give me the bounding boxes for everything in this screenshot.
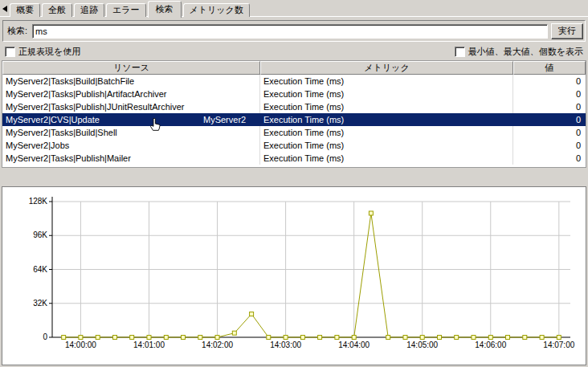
cell-metric: Execution Time (ms) bbox=[260, 126, 513, 139]
metrics-chart: 032K64K96K128K14:00:0014:01:0014:02:0014… bbox=[2, 187, 586, 365]
column-header-resource[interactable]: リソース bbox=[2, 61, 260, 75]
y-tick-label: 64K bbox=[33, 265, 47, 274]
data-point-marker bbox=[198, 336, 202, 340]
data-point-marker bbox=[420, 336, 424, 340]
x-tick-label: 14:01:00 bbox=[133, 340, 165, 349]
collapse-panel-arrow-icon[interactable] bbox=[2, 6, 7, 12]
use-regex-label: 正規表現を使用 bbox=[18, 46, 80, 58]
data-point-marker bbox=[318, 336, 322, 340]
data-point-marker bbox=[96, 336, 100, 340]
cell-value: 0 bbox=[513, 152, 586, 165]
use-regex-checkbox[interactable] bbox=[5, 47, 15, 57]
data-point-marker bbox=[369, 211, 373, 215]
results-table: リソース メトリック 値 MyServer2|Tasks|Build|Batch… bbox=[2, 60, 586, 168]
cell-resource: MyServer2|Tasks|Publish|Mailer bbox=[2, 152, 260, 165]
search-input[interactable] bbox=[32, 24, 548, 39]
cell-metric: Execution Time (ms) bbox=[260, 139, 513, 152]
data-point-marker bbox=[147, 336, 151, 340]
hand-cursor-icon bbox=[149, 118, 161, 131]
x-tick-label: 14:05:00 bbox=[406, 340, 438, 349]
row-tooltip: MyServer2 bbox=[203, 113, 246, 126]
tab-search[interactable]: 検索 bbox=[148, 1, 182, 18]
cell-resource: MyServer2|Tasks|Build|Shell bbox=[2, 126, 260, 139]
data-point-marker bbox=[182, 336, 186, 340]
metrics-search-window: { "colors": { "window_bg": "#d6d3ce", "s… bbox=[0, 0, 588, 367]
cell-resource: MyServer2|Tasks|Publish|JUnitResultArchi… bbox=[2, 100, 260, 113]
data-point-marker bbox=[250, 312, 254, 316]
chart-panel: 032K64K96K128K14:00:0014:01:0014:02:0014… bbox=[2, 186, 586, 365]
series-line bbox=[63, 214, 559, 338]
tab-bar: 概要 全般 追跡 エラー 検索 メトリック数 bbox=[10, 2, 251, 17]
options-row: 正規表現を使用 最小値、最大値、個数を表示 bbox=[2, 45, 586, 58]
x-tick-label: 14:03:00 bbox=[270, 340, 301, 349]
table-header: リソース メトリック 値 bbox=[2, 61, 586, 75]
cell-resource: MyServer2|Jobs bbox=[2, 139, 260, 152]
column-header-metric[interactable]: メトリック bbox=[260, 61, 513, 75]
data-point-marker bbox=[438, 336, 442, 340]
data-point-marker bbox=[232, 331, 236, 335]
cell-value: 0 bbox=[513, 75, 586, 88]
data-point-marker bbox=[386, 336, 390, 340]
data-point-marker bbox=[335, 336, 339, 340]
cell-value: 0 bbox=[513, 139, 586, 152]
cell-value: 0 bbox=[513, 113, 586, 126]
x-tick-label: 14:06:00 bbox=[475, 340, 506, 349]
data-point-marker bbox=[300, 336, 304, 340]
y-tick-label: 128K bbox=[29, 197, 48, 206]
data-point-marker bbox=[215, 336, 219, 340]
data-point-marker bbox=[62, 336, 66, 340]
table-row[interactable]: MyServer2|Jobs Execution Time (ms) 0 bbox=[2, 139, 586, 152]
cell-value: 0 bbox=[513, 100, 586, 113]
data-point-marker bbox=[523, 336, 527, 340]
tab-metric-count[interactable]: メトリック数 bbox=[183, 3, 250, 17]
data-point-marker bbox=[472, 336, 476, 340]
table-row[interactable]: MyServer2|Tasks|Publish|ArtifactArchiver… bbox=[2, 88, 586, 100]
cell-metric: Execution Time (ms) bbox=[260, 152, 513, 165]
search-label: 検索: bbox=[5, 25, 29, 37]
tab-trace[interactable]: 追跡 bbox=[74, 3, 104, 17]
tab-errors[interactable]: エラー bbox=[106, 3, 146, 17]
cell-metric: Execution Time (ms) bbox=[260, 88, 513, 100]
data-point-marker bbox=[352, 336, 356, 340]
data-point-marker bbox=[557, 336, 561, 340]
data-point-marker bbox=[540, 336, 544, 340]
data-point-marker bbox=[403, 336, 407, 340]
y-tick-label: 0 bbox=[43, 332, 47, 341]
data-point-marker bbox=[267, 336, 271, 340]
use-regex-option[interactable]: 正規表現を使用 bbox=[5, 46, 80, 58]
table-row-selected[interactable]: MyServer2|CVS|Update Execution Time (ms)… bbox=[2, 113, 586, 126]
table-row[interactable]: MyServer2|Tasks|Build|Shell Execution Ti… bbox=[2, 126, 586, 139]
column-header-value[interactable]: 値 bbox=[513, 61, 586, 75]
data-point-marker bbox=[488, 336, 492, 340]
cell-metric: Execution Time (ms) bbox=[260, 75, 513, 88]
cell-value: 0 bbox=[513, 88, 586, 100]
x-tick-label: 14:07:00 bbox=[543, 340, 574, 349]
x-tick-label: 14:00:00 bbox=[65, 340, 96, 349]
y-tick-label: 96K bbox=[33, 230, 47, 239]
data-point-marker bbox=[284, 336, 288, 340]
data-point-marker bbox=[455, 336, 459, 340]
cell-metric: Execution Time (ms) bbox=[260, 100, 513, 113]
data-point-marker bbox=[79, 336, 83, 340]
x-tick-label: 14:02:00 bbox=[202, 340, 233, 349]
tab-overview[interactable]: 概要 bbox=[10, 3, 40, 17]
data-point-marker bbox=[164, 336, 168, 340]
show-minmax-checkbox[interactable] bbox=[455, 47, 465, 57]
show-minmax-option[interactable]: 最小値、最大値、個数を表示 bbox=[455, 46, 583, 58]
x-tick-label: 14:04:00 bbox=[338, 340, 370, 349]
data-point-marker bbox=[506, 336, 510, 340]
y-tick-label: 32K bbox=[33, 299, 47, 308]
search-panel: 検索: 実行 bbox=[2, 20, 586, 42]
cell-resource: MyServer2|Tasks|Build|BatchFile bbox=[2, 75, 260, 88]
data-point-marker bbox=[130, 336, 134, 340]
cell-value: 0 bbox=[513, 126, 586, 139]
table-row[interactable]: MyServer2|Tasks|Publish|Mailer Execution… bbox=[2, 152, 586, 165]
show-minmax-label: 最小値、最大値、個数を表示 bbox=[468, 46, 583, 58]
cell-resource: MyServer2|Tasks|Publish|ArtifactArchiver bbox=[2, 88, 260, 100]
execute-button[interactable]: 実行 bbox=[551, 23, 583, 39]
cell-metric: Execution Time (ms) bbox=[260, 113, 513, 126]
table-row[interactable]: MyServer2|Tasks|Build|BatchFile Executio… bbox=[2, 75, 586, 88]
data-point-marker bbox=[113, 336, 117, 340]
table-row[interactable]: MyServer2|Tasks|Publish|JUnitResultArchi… bbox=[2, 100, 586, 113]
tab-general[interactable]: 全般 bbox=[42, 3, 72, 17]
